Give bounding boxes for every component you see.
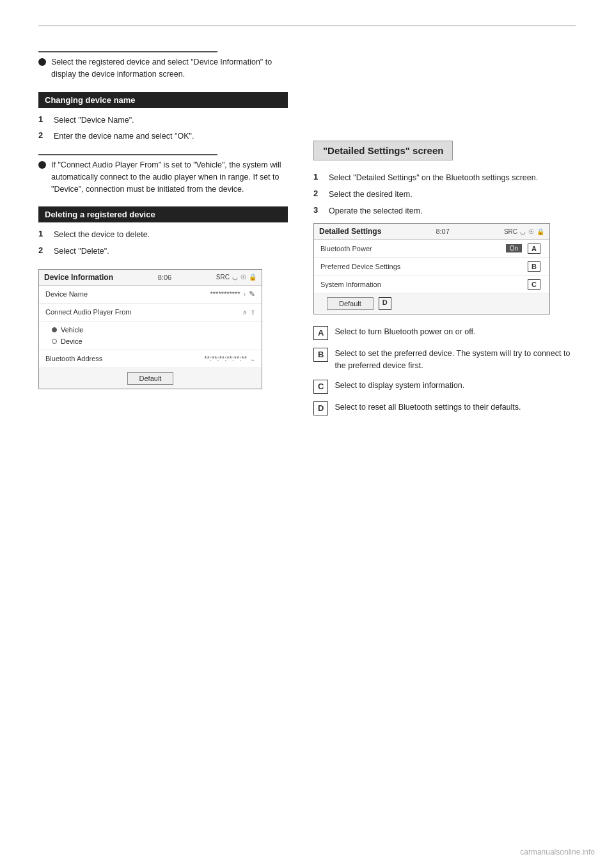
detailed-signal-icon: ◡ — [520, 228, 526, 235]
preferred-device-row[interactable]: Preferred Device Settings B — [314, 258, 549, 275]
edit-icon: ✎ — [249, 290, 255, 298]
bullet-icon-2 — [38, 161, 46, 169]
system-info-row[interactable]: System Information C — [314, 275, 549, 293]
bullet-text-2: If "Connect Audio Player From" is set to… — [51, 159, 288, 195]
toggle-on-label: On — [506, 244, 522, 252]
badge-d-inline: D — [379, 297, 391, 310]
chevron-down-icon: ⌄ — [250, 355, 255, 362]
badge-c-inline: C — [528, 279, 540, 290]
section-underline-2 — [38, 154, 217, 155]
section-underline-1 — [38, 51, 217, 52]
radio-group: Vehicle Device — [39, 322, 262, 350]
badge-b-desc: Select to set the preferred device. The … — [335, 348, 582, 372]
right-column: "Detailed Settings" screen 1 Select "Det… — [313, 141, 582, 423]
right-step-3: 3 Operate the selected item. — [313, 205, 582, 217]
screen-footer: Default — [39, 368, 262, 389]
detailed-screen-header: Detailed Settings 8:07 SRC ◡ ☉ 🔒 — [314, 224, 549, 240]
bullet-text-1: Select the registered device and select … — [51, 56, 288, 81]
right-step-1: 1 Select "Detailed Settings" on the Blue… — [313, 172, 582, 184]
badge-a-desc: Select to turn Bluetooth power on or off… — [335, 326, 475, 338]
detailed-settings-section-title: "Detailed Settings" screen — [313, 141, 453, 160]
detailed-bluetooth-icon: ☉ — [528, 228, 534, 235]
src-icon: SRC — [216, 274, 230, 281]
top-divider — [38, 26, 576, 26]
bluetooth-address-row: Bluetooth Address **:**:**:**:**:** ⌄ — [39, 350, 262, 368]
badge-d-row: D Select to reset all Bluetooth settings… — [313, 401, 582, 415]
badge-d-desc: Select to reset all Bluetooth settings t… — [335, 401, 521, 414]
bullet-block-1: Select the registered device and select … — [38, 56, 288, 81]
chevron-right-icon: › — [244, 291, 246, 298]
detailed-settings-screen: Detailed Settings 8:07 SRC ◡ ☉ 🔒 Bluetoo… — [313, 223, 550, 314]
radio-device-dot — [52, 339, 57, 344]
radio-vehicle[interactable]: Vehicle — [52, 324, 255, 336]
badge-d: D — [313, 401, 328, 415]
badge-a-inline: A — [528, 244, 540, 254]
chevron-double-up-icon: ⇧ — [250, 309, 255, 316]
section1-item1: 1 Select "Device Name". — [38, 114, 288, 127]
radio-vehicle-dot — [52, 327, 57, 332]
section2-item2: 2 Select "Delete". — [38, 245, 288, 258]
detailed-screen-time: 8:07 — [436, 228, 449, 235]
section1-item2: 2 Enter the device name and select "OK". — [38, 130, 288, 143]
signal-icon: ◡ — [232, 274, 238, 281]
screen-header: Device Information 8:06 SRC ◡ ☉ 🔒 — [39, 270, 262, 286]
detailed-src-icon: SRC — [504, 228, 517, 235]
lock-icon: 🔒 — [249, 274, 256, 281]
section2-item1: 1 Select the device to delete. — [38, 229, 288, 241]
badge-b-inline: B — [528, 261, 540, 272]
default-button[interactable]: Default — [127, 372, 174, 385]
section-header-2: Deleting a registered device — [38, 206, 288, 222]
radio-device-label: Device — [61, 337, 83, 345]
badge-a: A — [313, 326, 328, 340]
connect-audio-row[interactable]: Connect Audio Player From ∧ ⇧ — [39, 304, 262, 322]
detailed-screen-status-icons: SRC ◡ ☉ 🔒 — [504, 228, 544, 235]
screen-time: 8:06 — [158, 274, 171, 281]
right-step-2: 2 Select the desired item. — [313, 189, 582, 201]
detailed-screen-title: Detailed Settings — [319, 227, 381, 236]
device-name-row[interactable]: Device Name *********** › ✎ — [39, 286, 262, 304]
screen-status-icons: SRC ◡ ☉ 🔒 — [216, 274, 256, 281]
badge-c: C — [313, 380, 328, 394]
left-column: Select the registered device and select … — [38, 51, 288, 389]
bluetooth-icon: ☉ — [240, 274, 246, 281]
badge-c-desc: Select to display system information. — [335, 380, 464, 392]
detailed-screen-footer: Default D — [314, 293, 549, 314]
section-header-1: Changing device name — [38, 92, 288, 108]
chevron-up-icon: ∧ — [242, 309, 247, 316]
bullet-icon-1 — [38, 58, 46, 66]
detailed-default-button[interactable]: Default — [327, 297, 374, 310]
badge-a-row: A Select to turn Bluetooth power on or o… — [313, 326, 582, 340]
bullet-block-2: If "Connect Audio Player From" is set to… — [38, 159, 288, 195]
screen-title: Device Information — [44, 273, 113, 282]
radio-vehicle-label: Vehicle — [61, 326, 83, 334]
watermark: carmanualsonline.info — [520, 848, 595, 856]
bluetooth-power-row[interactable]: Bluetooth Power On A — [314, 240, 549, 258]
device-info-screen: Device Information 8:06 SRC ◡ ☉ 🔒 Device… — [38, 269, 262, 389]
badge-c-row: C Select to display system information. — [313, 380, 582, 394]
detailed-lock-icon: 🔒 — [537, 228, 544, 235]
badge-b: B — [313, 348, 328, 362]
badge-b-row: B Select to set the preferred device. Th… — [313, 348, 582, 372]
radio-device[interactable]: Device — [52, 336, 255, 347]
